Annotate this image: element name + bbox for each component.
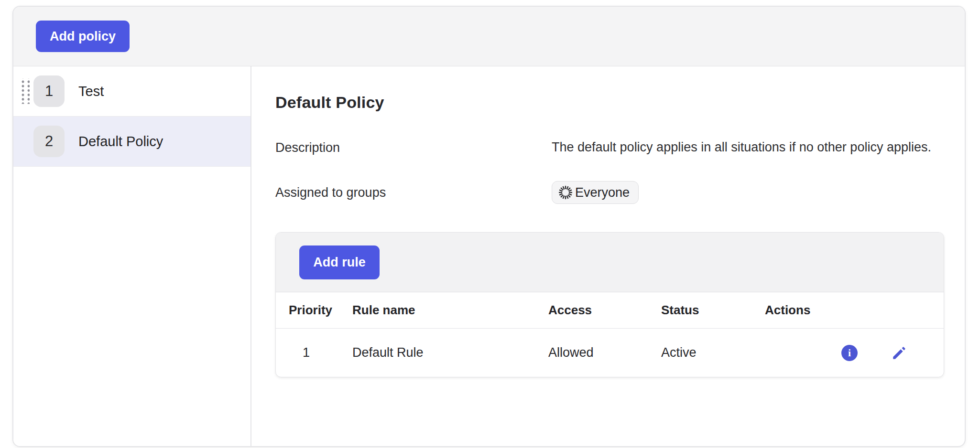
- column-header-actions: Actions: [765, 303, 944, 318]
- rules-panel: Add rule Priority Rule name Access Statu…: [275, 232, 944, 377]
- policy-item-label: Default Policy: [78, 134, 163, 149]
- rules-table: Priority Rule name Access Status Actions…: [276, 292, 944, 377]
- policies-toolbar: Add policy: [13, 7, 965, 66]
- group-chip-everyone[interactable]: Everyone: [552, 181, 639, 204]
- policy-item-label: Test: [78, 84, 104, 99]
- policy-list-item-test[interactable]: 1 Test: [13, 66, 250, 117]
- policy-title: Default Policy: [275, 93, 944, 112]
- rule-info-button[interactable]: i: [841, 345, 858, 361]
- column-header-access: Access: [548, 303, 661, 318]
- rules-toolbar: Add rule: [276, 233, 944, 292]
- policies-card: Add policy 1 Test 2 Default Policy Defau…: [12, 6, 966, 447]
- info-icon: i: [848, 348, 851, 358]
- rules-table-header-row: Priority Rule name Access Status Actions: [276, 292, 944, 329]
- edit-pencil-icon: [891, 345, 907, 361]
- description-label: Description: [275, 140, 552, 155]
- assigned-groups-field-row: Assigned to groups: [275, 181, 944, 204]
- rule-priority-cell: 1: [276, 345, 352, 360]
- rule-status-cell: Active: [661, 345, 765, 360]
- rule-table-row: 1 Default Rule Allowed Active i: [276, 329, 944, 377]
- description-field-row: Description The default policy applies i…: [275, 140, 944, 159]
- group-chip-label: Everyone: [575, 185, 630, 200]
- column-header-priority: Priority: [276, 303, 352, 318]
- assigned-groups-value: Everyone: [552, 181, 639, 204]
- rule-name-cell: Default Rule: [352, 345, 548, 360]
- policy-list-sidebar: 1 Test 2 Default Policy: [13, 66, 251, 446]
- drag-handle-icon[interactable]: [20, 79, 30, 104]
- policy-list-item-default-policy[interactable]: 2 Default Policy: [13, 117, 250, 167]
- rule-actions-cell: i: [765, 344, 944, 362]
- policy-order-badge: 2: [33, 126, 65, 157]
- add-rule-button[interactable]: Add rule: [299, 245, 380, 279]
- description-value: The default policy applies in all situat…: [552, 136, 931, 159]
- policy-detail-pane: Default Policy Description The default p…: [251, 66, 966, 446]
- column-header-rule-name: Rule name: [352, 303, 548, 318]
- add-policy-button[interactable]: Add policy: [36, 21, 130, 52]
- column-header-status: Status: [661, 303, 765, 318]
- rule-access-cell: Allowed: [548, 345, 661, 360]
- rule-edit-button[interactable]: [891, 344, 908, 362]
- assigned-groups-label: Assigned to groups: [275, 185, 552, 200]
- policies-body: 1 Test 2 Default Policy Default Policy D…: [13, 66, 965, 446]
- everyone-group-icon: [558, 185, 573, 200]
- policy-order-badge: 1: [33, 75, 65, 107]
